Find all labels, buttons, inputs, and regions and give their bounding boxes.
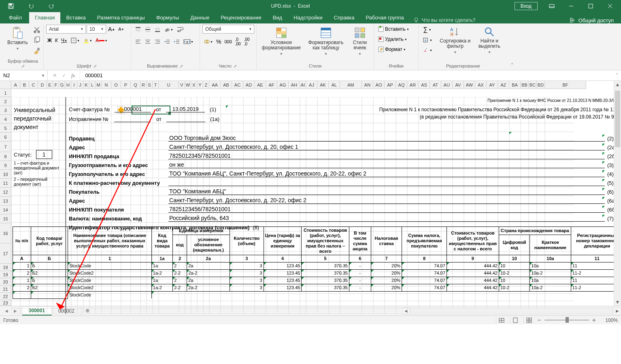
bold-icon[interactable]: Ж: [46, 36, 53, 44]
row-header[interactable]: 1: [0, 89, 11, 97]
col-header[interactable]: AA: [209, 81, 221, 89]
merge-icon[interactable]: a▼: [182, 37, 195, 47]
undo-icon[interactable]: [22, 0, 40, 12]
tab-view[interactable]: Вид: [267, 12, 288, 23]
row-header[interactable]: 15: [0, 214, 11, 223]
share-button[interactable]: Общий доступ: [564, 17, 619, 23]
maximize-icon[interactable]: [581, 0, 600, 12]
name-box-input[interactable]: [2, 72, 37, 79]
col-header[interactable]: AZ: [498, 81, 509, 89]
col-header[interactable]: AW: [464, 81, 475, 89]
col-header[interactable]: Q: [131, 81, 140, 89]
insert-cells-button[interactable]: Вставить ▼: [376, 25, 410, 34]
fill-icon[interactable]: ▼: [421, 36, 434, 44]
col-header[interactable]: BF: [545, 81, 586, 89]
number-format-combo[interactable]: Общий▼: [202, 25, 254, 34]
zoom-out-icon[interactable]: −: [537, 317, 541, 324]
col-header[interactable]: AF: [266, 81, 277, 89]
orientation-icon[interactable]: ab▼: [163, 25, 174, 34]
horizontal-scrollbar[interactable]: ◄►: [402, 306, 621, 315]
minimize-icon[interactable]: [562, 0, 581, 12]
col-header[interactable]: AB: [221, 81, 232, 89]
clipboard-launcher-icon[interactable]: ⤢: [21, 64, 26, 68]
cut-icon[interactable]: [32, 25, 42, 34]
format-painter-icon[interactable]: [32, 46, 42, 55]
col-header[interactable]: AT: [430, 81, 441, 89]
vertical-scrollbar[interactable]: ▲ ▼: [614, 81, 621, 306]
col-header[interactable]: AJ: [306, 81, 317, 89]
align-left-icon[interactable]: [134, 37, 142, 46]
tab-formulas[interactable]: Формулы: [151, 12, 185, 23]
row-header[interactable]: 19: [0, 271, 11, 278]
find-select-button[interactable]: Найти и выделить▼: [474, 25, 505, 57]
shrink-font-icon[interactable]: A▼: [117, 25, 125, 33]
save-icon[interactable]: [2, 0, 20, 12]
tab-help[interactable]: Справка: [328, 12, 360, 23]
alignment-launcher-icon[interactable]: ⤢: [179, 64, 184, 68]
col-header[interactable]: L: [89, 81, 96, 89]
col-header[interactable]: AN: [362, 81, 373, 89]
fill-color-icon[interactable]: ▼: [82, 36, 94, 45]
row-header[interactable]: 4: [0, 115, 11, 124]
enter-formula-icon[interactable]: ✓: [62, 72, 66, 78]
col-header[interactable]: AX: [475, 81, 487, 89]
align-center-icon[interactable]: [143, 37, 152, 46]
col-header[interactable]: F: [53, 81, 59, 89]
col-header[interactable]: AR: [407, 81, 419, 89]
collapse-ribbon-icon[interactable]: ˄: [508, 25, 517, 70]
format-cells-button[interactable]: Формат ▼: [376, 45, 407, 54]
row-header[interactable]: 10: [0, 170, 11, 179]
name-box[interactable]: ▼: [0, 70, 48, 80]
col-header[interactable]: AE: [255, 81, 266, 89]
col-header[interactable]: T: [153, 81, 159, 89]
page-break-view-icon[interactable]: [523, 317, 534, 324]
col-header[interactable]: AH: [289, 81, 300, 89]
format-as-table-button[interactable]: Форматировать как таблицу▼: [303, 25, 349, 58]
paste-button[interactable]: Вставить ▼: [5, 25, 30, 53]
borders-icon[interactable]: ▼: [69, 36, 81, 45]
row-header[interactable]: 7: [0, 142, 11, 152]
align-middle-icon[interactable]: [143, 25, 152, 34]
align-top-icon[interactable]: [134, 25, 142, 34]
ribbon-options-icon[interactable]: [542, 0, 561, 12]
col-header[interactable]: I: [71, 81, 77, 89]
col-header[interactable]: BB: [521, 81, 529, 89]
col-header[interactable]: H: [65, 81, 71, 89]
col-header[interactable]: AQ: [396, 81, 407, 89]
wrap-text-icon[interactable]: ab: [175, 25, 185, 34]
col-header[interactable]: AI: [300, 81, 306, 89]
zoom-in-icon[interactable]: +: [592, 317, 596, 324]
col-header[interactable]: N: [102, 81, 111, 89]
font-color-icon[interactable]: А▼: [94, 36, 109, 44]
sheet-nav-prev-icon[interactable]: ◄: [4, 308, 9, 314]
col-header[interactable]: AG: [277, 81, 289, 89]
col-header[interactable]: W: [185, 81, 191, 89]
accounting-icon[interactable]: ▼: [202, 37, 214, 46]
increase-indent-icon[interactable]: [172, 37, 181, 46]
comma-icon[interactable]: 000: [223, 38, 233, 45]
insert-function-icon[interactable]: fx: [71, 72, 75, 79]
col-header[interactable]: V: [179, 81, 185, 89]
row-header[interactable]: 14: [0, 205, 11, 214]
col-header[interactable]: AU: [441, 81, 453, 89]
col-header[interactable]: AS: [419, 81, 430, 89]
col-header[interactable]: Z: [203, 81, 209, 89]
decrease-decimal-icon[interactable]: ,00,0: [243, 36, 251, 47]
autosum-icon[interactable]: ∑ ▼: [421, 25, 434, 34]
underline-icon[interactable]: Ч ▼: [60, 36, 68, 44]
row-header[interactable]: 3: [0, 106, 11, 115]
formula-input[interactable]: [84, 72, 609, 79]
tab-layout[interactable]: Разметка страницы: [91, 12, 151, 23]
zoom-level[interactable]: 100%: [599, 317, 618, 323]
increase-decimal-icon[interactable]: ,0,00: [234, 36, 242, 47]
copy-icon[interactable]: [32, 35, 42, 45]
col-header[interactable]: B: [20, 81, 29, 89]
col-header[interactable]: AD: [243, 81, 255, 89]
percent-icon[interactable]: %: [215, 37, 222, 46]
align-right-icon[interactable]: [153, 37, 162, 46]
row-header[interactable]: 22: [0, 293, 11, 300]
col-header[interactable]: S: [147, 81, 153, 89]
font-name-combo[interactable]: Arial▼: [46, 25, 86, 34]
col-header[interactable]: K: [83, 81, 89, 89]
align-bottom-icon[interactable]: [153, 25, 162, 34]
